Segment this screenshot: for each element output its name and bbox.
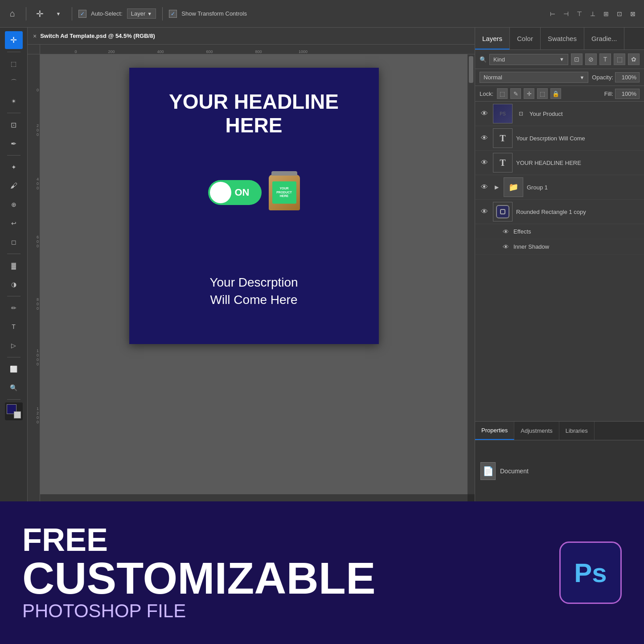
ruler-tick-800: 800 [255, 49, 262, 54]
tab-properties[interactable]: Properties [475, 422, 514, 440]
ruler-tick-1000: 1000 [299, 49, 308, 54]
opacity-input[interactable]: 100% [615, 72, 640, 82]
layer-thumb-headline: T [493, 153, 513, 172]
foreground-color[interactable] [5, 402, 23, 420]
lock-label: Lock: [480, 90, 493, 97]
lock-transparent-icon[interactable]: ⬚ [497, 88, 508, 99]
scrollbar-vertical[interactable] [468, 54, 475, 494]
scrollbar-horizontal[interactable] [40, 494, 468, 501]
tab-libraries[interactable]: Libraries [559, 422, 595, 440]
layer-item-your-product[interactable]: 👁 PS ⊡ Your Product [475, 102, 644, 126]
product-jar-lid [271, 171, 297, 176]
layer-item-description[interactable]: 👁 T Your Descrption Will Come [475, 126, 644, 151]
tool-eraser[interactable]: ◻ [5, 233, 23, 251]
tool-zoom[interactable]: 🔍 [5, 379, 23, 397]
align-h-center-icon[interactable]: ⊞ [600, 8, 612, 20]
canvas-area: × Switch Ad Template.psd @ 54.5% (RGB/8)… [28, 28, 475, 501]
align-v-center-icon[interactable]: ⊡ [614, 8, 625, 20]
tool-eyedropper[interactable]: ✒ [5, 135, 23, 152]
kind-filter-select[interactable]: Kind ▼ [489, 54, 568, 65]
layer-thumb-shape-inner [500, 209, 505, 214]
ruler-tick-400: 400 [157, 49, 164, 54]
align-top-icon[interactable]: ⊤ [574, 8, 585, 20]
filter-smart-icon[interactable]: ✿ [628, 53, 640, 65]
layer-select[interactable]: Layer ▼ [127, 8, 156, 19]
filter-adjustment-icon[interactable]: ⊘ [585, 53, 597, 65]
move-icon[interactable]: ✛ [33, 7, 47, 21]
filter-shape-icon[interactable]: ⬚ [614, 53, 625, 65]
tab-layers[interactable]: Layers [475, 28, 510, 49]
lock-paint-icon[interactable]: ✎ [510, 88, 521, 99]
transform-checkbox[interactable]: ✓ [169, 10, 177, 18]
tab-swatches[interactable]: Swatches [541, 28, 584, 49]
layer-name-group1: Group 1 [527, 184, 640, 191]
lock-position-icon[interactable]: ✛ [524, 88, 534, 99]
tool-history[interactable]: ↩ [5, 214, 23, 232]
ruler-tick-left-0: 0 [37, 88, 39, 92]
tool-magic-wand[interactable]: ✴ [5, 92, 23, 110]
layer-thumb-group1: 📁 [504, 177, 523, 197]
properties-tabs: Properties Adjustments Libraries [475, 422, 644, 440]
tab-adjustments[interactable]: Adjustments [514, 422, 559, 440]
filter-row: 🔍 Kind ▼ ⊡ ⊘ T ⬚ ✿ [475, 50, 644, 69]
tool-shape[interactable]: ⬜ [5, 360, 23, 378]
tool-marquee[interactable]: ⬚ [5, 55, 23, 73]
tool-brush[interactable]: 🖌 [5, 177, 23, 195]
layer-smartobject-icon: ⊡ [516, 109, 526, 119]
lock-artboard-icon[interactable]: ⬚ [537, 88, 548, 99]
ad-toggle-area: ON YOUR PRODUCT HERE [208, 175, 300, 210]
align-bottom-icon[interactable]: ⊥ [587, 8, 599, 20]
blend-mode-value: Normal [484, 74, 502, 81]
layer-effects-header[interactable]: 👁 Effects [475, 224, 644, 239]
canvas-content[interactable]: YOUR HEADLINE HERE ON YOUR PRODUCT HERE [40, 54, 468, 494]
tool-gradient[interactable]: ▓ [5, 257, 23, 275]
layer-thumb-description: T [493, 128, 513, 148]
scrollbar-thumb-v[interactable] [469, 56, 473, 83]
tool-path[interactable]: ▷ [5, 336, 23, 354]
tab-color[interactable]: Color [510, 28, 541, 49]
tool-pen[interactable]: ✏ [5, 299, 23, 317]
canvas-wrapper: 0 200 400 600 800 1000 0 200 400 600 800… [28, 45, 475, 501]
toggle-switch[interactable]: ON [208, 180, 262, 205]
filter-search-icon: 🔍 [480, 56, 487, 63]
doc-tab-close[interactable]: × [33, 33, 37, 40]
tool-separator-4 [7, 254, 21, 254]
dropdown-arrow-icon[interactable]: ▼ [51, 7, 66, 21]
layer-group-arrow[interactable]: ▶ [493, 184, 500, 191]
layer-eye-headline[interactable]: 👁 [480, 158, 489, 168]
align-left-icon[interactable]: ⊢ [547, 8, 558, 20]
blend-mode-arrow: ▼ [579, 75, 584, 80]
inner-shadow-eye[interactable]: 👁 [502, 243, 510, 251]
tool-crop[interactable]: ⊡ [5, 116, 23, 134]
align-icons-group: ⊢ ⊣ ⊤ ⊥ ⊞ ⊡ ⊠ [547, 8, 639, 20]
layer-item-headline[interactable]: 👁 T YOUR HEADLINE HERE [475, 151, 644, 175]
align-right-icon[interactable]: ⊣ [560, 8, 572, 20]
tool-dodge[interactable]: ◑ [5, 275, 23, 293]
tool-move[interactable]: ✛ [5, 31, 23, 49]
filter-pixel-icon[interactable]: ⊡ [571, 53, 582, 65]
fill-input[interactable]: 100% [615, 89, 640, 99]
auto-select-checkbox[interactable]: ✓ [78, 10, 86, 18]
ad-description-line2: Will Come Here [138, 291, 370, 308]
lock-icons-group: ⬚ ✎ ✛ ⬚ 🔒 [497, 88, 561, 99]
layer-eye-description[interactable]: 👁 [480, 133, 489, 143]
filter-type-icon[interactable]: T [599, 53, 611, 65]
lock-all-icon[interactable]: 🔒 [550, 88, 561, 99]
distribute-icon[interactable]: ⊠ [627, 8, 639, 20]
home-icon[interactable]: ⌂ [5, 7, 20, 21]
blend-mode-select[interactable]: Normal ▼ [480, 72, 588, 83]
tab-gradient[interactable]: Gradie... [584, 28, 625, 49]
layer-item-group1[interactable]: 👁 ▶ 📁 Group 1 [475, 175, 644, 200]
layer-eye-your-product[interactable]: 👁 [480, 109, 489, 119]
layer-eye-group1[interactable]: 👁 [480, 182, 489, 192]
effects-eye[interactable]: 👁 [502, 228, 510, 236]
product-jar-label-text: YOUR PRODUCT HERE [272, 187, 296, 198]
tool-healing[interactable]: ✦ [5, 158, 23, 176]
layer-eye-rounded-rect[interactable]: 👁 [480, 207, 489, 217]
tool-lasso[interactable]: ⌒ [5, 74, 23, 91]
tool-type[interactable]: T [5, 318, 23, 336]
layer-effect-inner-shadow[interactable]: 👁 Inner Shadow [475, 239, 644, 254]
tool-clone[interactable]: ⊕ [5, 196, 23, 213]
layer-item-rounded-rect[interactable]: 👁 Rounded Rectangle 1 copy [475, 200, 644, 224]
top-toolbar: ⌂ ✛ ▼ ✓ Auto-Select: Layer ▼ ✓ Show Tran… [0, 0, 644, 28]
